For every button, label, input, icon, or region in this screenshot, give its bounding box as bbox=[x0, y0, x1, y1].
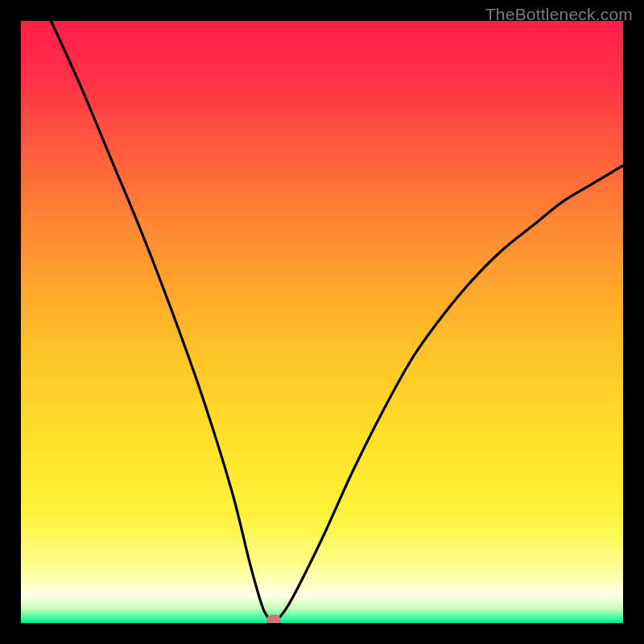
plot-area bbox=[21, 21, 623, 623]
optimum-marker bbox=[266, 615, 281, 624]
bottleneck-curve bbox=[21, 21, 623, 623]
chart-frame: TheBottleneck.com bbox=[0, 0, 644, 644]
watermark-text: TheBottleneck.com bbox=[485, 5, 633, 24]
